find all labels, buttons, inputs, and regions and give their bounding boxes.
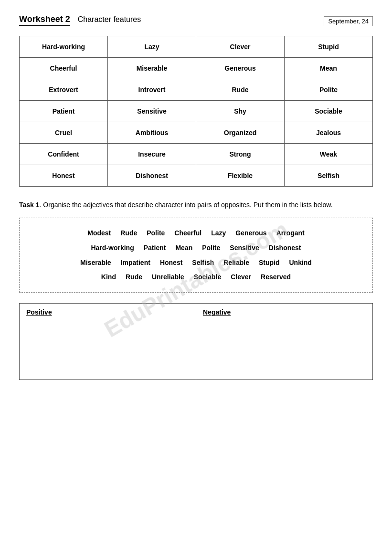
- word-item: Clever: [231, 270, 251, 284]
- word-item: Polite: [202, 241, 220, 255]
- word-item: Impatient: [121, 255, 150, 270]
- table-cell: Selfish: [285, 165, 373, 187]
- word-item: Reliable: [223, 255, 249, 270]
- word-item: Dishonest: [269, 241, 301, 255]
- positive-label: Positive: [26, 308, 189, 316]
- pn-table: Positive Negative: [19, 303, 373, 380]
- word-item: Miserable: [80, 255, 111, 270]
- table-cell: Patient: [20, 101, 108, 122]
- table-cell: Insecure: [108, 144, 196, 165]
- word-item: Unkind: [289, 255, 311, 270]
- table-cell: Shy: [196, 101, 285, 122]
- word-item: Generous: [235, 226, 266, 241]
- table-cell: Mean: [285, 58, 373, 79]
- table-cell: Stupid: [285, 36, 373, 58]
- word-item: Cheerful: [174, 226, 201, 241]
- table-cell: Hard-working: [20, 36, 108, 58]
- table-cell: Ambitious: [108, 122, 196, 144]
- table-cell: Dishonest: [108, 165, 196, 187]
- word-item: Arrogant: [276, 226, 305, 241]
- header-left: Worksheet 2 Character features: [19, 14, 141, 26]
- worksheet-subtitle: Character features: [78, 15, 141, 24]
- word-item: Lazy: [211, 226, 226, 241]
- word-item: Sensitive: [230, 241, 259, 255]
- table-cell: Cheerful: [20, 58, 108, 79]
- word-item: Patient: [144, 241, 166, 255]
- word-item: Reserved: [261, 270, 291, 284]
- word-item: Honest: [160, 255, 182, 270]
- table-cell: Introvert: [108, 79, 196, 101]
- table-cell: Confident: [20, 144, 108, 165]
- negative-cell: Negative: [196, 304, 373, 380]
- word-item: Polite: [147, 226, 165, 241]
- table-cell: Extrovert: [20, 79, 108, 101]
- table-cell: Strong: [196, 144, 285, 165]
- table-cell: Sociable: [285, 101, 373, 122]
- table-cell: Honest: [20, 165, 108, 187]
- word-item: Rude: [126, 270, 142, 284]
- table-cell: Miserable: [108, 58, 196, 79]
- table-cell: Sensitive: [108, 101, 196, 122]
- positive-cell: Positive: [20, 304, 196, 380]
- page-header: Worksheet 2 Character features September…: [19, 14, 373, 26]
- table-cell: Organized: [196, 122, 285, 144]
- worksheet-title: Worksheet 2: [19, 14, 70, 26]
- word-item: Modest: [87, 226, 111, 241]
- task1-text: . Organise the adjectives that describe …: [40, 201, 333, 209]
- word-item: Kind: [101, 270, 116, 284]
- word-item: Unreliable: [152, 270, 184, 284]
- word-item: Hard-working: [91, 241, 134, 255]
- table-cell: Generous: [196, 58, 285, 79]
- table-cell: Lazy: [108, 36, 196, 58]
- table-cell: Jealous: [285, 122, 373, 144]
- word-item: Mean: [175, 241, 192, 255]
- table-cell: Cruel: [20, 122, 108, 144]
- vocab-table: Hard-workingLazyCleverStupidCheerfulMise…: [19, 36, 373, 187]
- negative-label: Negative: [203, 308, 366, 316]
- table-cell: Rude: [196, 79, 285, 101]
- table-cell: Weak: [285, 144, 373, 165]
- header-date: September, 24: [324, 16, 373, 26]
- table-cell: Polite: [285, 79, 373, 101]
- word-item: Rude: [120, 226, 137, 241]
- word-box: ModestRudePoliteCheerfulLazyGenerousArro…: [19, 218, 373, 293]
- table-cell: Flexible: [196, 165, 285, 187]
- table-cell: Clever: [196, 36, 285, 58]
- word-item: Selfish: [192, 255, 214, 270]
- word-item: Sociable: [194, 270, 222, 284]
- task1-label: Task 1: [19, 201, 40, 209]
- word-item: Stupid: [259, 255, 280, 270]
- task1-section: Task 1. Organise the adjectives that des…: [19, 200, 373, 210]
